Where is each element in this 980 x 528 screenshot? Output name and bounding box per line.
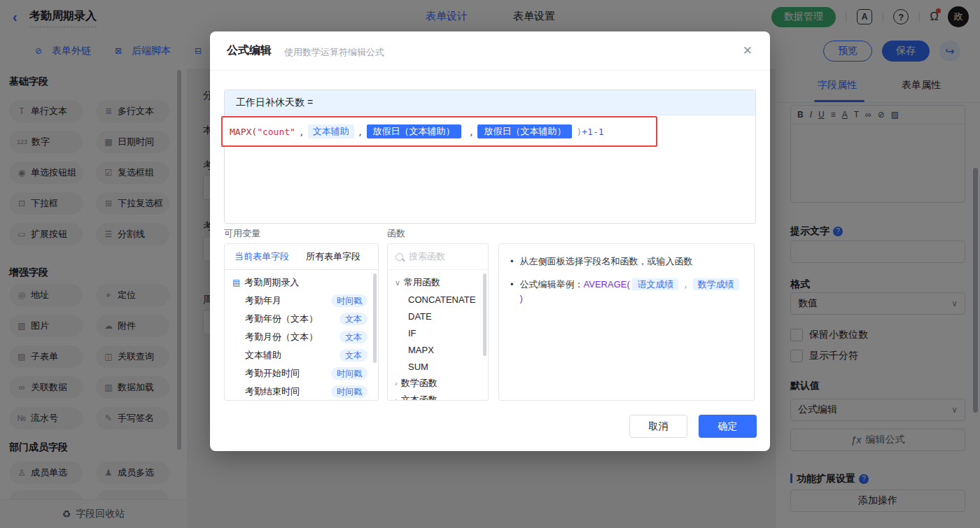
example-function-token: AVERAGE( — [584, 279, 630, 290]
tip-item: •从左侧面板选择字段名和函数，或输入函数 — [510, 255, 743, 269]
modal-footer: 取消 确定 — [629, 415, 757, 438]
close-icon[interactable]: ✕ — [743, 43, 752, 58]
paren-token: ) — [576, 127, 582, 137]
function-item[interactable]: IF — [388, 324, 488, 341]
variable-row[interactable]: 考勤月份（文本）文本 — [225, 328, 378, 346]
chevron-right-icon: › — [395, 396, 398, 401]
comma-token: , — [358, 127, 363, 137]
field-chip-holiday-1[interactable]: 放假日（文本辅助） — [367, 124, 461, 138]
cancel-button[interactable]: 取消 — [629, 415, 687, 438]
function-search[interactable]: 搜索函数 — [388, 244, 488, 270]
string-token: "count" — [257, 127, 295, 137]
variable-row[interactable]: 文本辅助文本 — [225, 346, 378, 364]
operator-token: +1-1 — [582, 127, 603, 137]
variable-row[interactable]: 考勤年份（文本）文本 — [225, 310, 378, 328]
functions-panel: 搜索函数 ∨常用函数 CONCATENATE DATE IF MAPX SUM … — [387, 243, 489, 401]
modal-header: 公式编辑 使用数学运算符编辑公式 ✕ — [210, 31, 770, 71]
formula-target: 工作日补休天数 = — [225, 90, 755, 115]
tip-item-example: • 公式编辑举例：AVERAGE( 语文成绩 ， 数学成绩 ) — [510, 278, 743, 306]
type-badge: 文本 — [340, 313, 368, 325]
field-chip-holiday-2[interactable]: 放假日（文本辅助） — [477, 124, 572, 138]
field-chip-text-helper[interactable]: 文本辅助 — [308, 124, 354, 138]
functions-label: 函数 — [387, 227, 405, 240]
comma-token: , — [469, 127, 475, 137]
tab-all-form-fields[interactable]: 所有表单字段 — [306, 250, 360, 263]
modal-subtitle: 使用数学运算符编辑公式 — [284, 46, 384, 59]
type-badge: 文本 — [340, 349, 368, 362]
confirm-button[interactable]: 确定 — [699, 415, 757, 438]
form-doc-icon: ▤ — [232, 278, 240, 287]
tips-panel: •从左侧面板选择字段名和函数，或输入函数 • 公式编辑举例：AVERAGE( 语… — [498, 243, 755, 401]
variables-root[interactable]: ▤考勤周期录入 — [225, 273, 378, 292]
variables-panel: 当前表单字段 所有表单字段 ▤考勤周期录入 考勤年月时间戳 考勤年份（文本）文本… — [224, 243, 379, 401]
function-item[interactable]: DATE — [388, 308, 488, 324]
function-group-text[interactable]: ›文本函数 — [388, 392, 488, 401]
type-badge: 时间戳 — [331, 385, 368, 398]
example-paren-token: ) — [520, 293, 523, 304]
chevron-right-icon: › — [395, 379, 398, 387]
app-root: ‹ 考勤周期录入 表单设计 表单设置 数据管理 | A | ? | Ω 政 ⊘表… — [0, 0, 980, 528]
function-group-common[interactable]: ∨常用函数 — [388, 274, 488, 291]
search-placeholder: 搜索函数 — [409, 250, 445, 263]
tab-current-form-fields[interactable]: 当前表单字段 — [234, 250, 289, 263]
function-item[interactable]: MAPX — [388, 341, 488, 358]
search-icon — [396, 253, 403, 261]
comma-token: , — [299, 127, 304, 137]
function-item[interactable]: CONCATENATE — [388, 291, 488, 308]
functions-scrollbar-thumb[interactable] — [483, 273, 486, 356]
bullet-icon: • — [510, 255, 514, 269]
formula-editor[interactable]: 工作日补休天数 = — [224, 90, 756, 224]
chevron-down-icon: ∨ — [395, 278, 400, 287]
page-scrollbar-thumb[interactable] — [973, 168, 978, 413]
function-item[interactable]: SUM — [388, 358, 488, 375]
variables-scrollbar-thumb[interactable] — [373, 273, 377, 363]
formula-input-line[interactable]: MAPX( "count" , 文本辅助 , 放假日（文本辅助） , 放假日（文… — [221, 116, 657, 147]
type-badge: 时间戳 — [331, 294, 368, 307]
variable-row[interactable]: 考勤开始时间时间戳 — [225, 364, 378, 383]
type-badge: 文本 — [340, 331, 368, 343]
variable-row[interactable]: 考勤结束时间时间戳 — [225, 383, 378, 401]
bullet-icon: • — [510, 278, 514, 306]
variables-tabs: 当前表单字段 所有表单字段 — [225, 244, 378, 270]
function-group-math[interactable]: ›数学函数 — [388, 375, 488, 392]
type-badge: 时间戳 — [331, 367, 368, 380]
formula-edit-modal: 公式编辑 使用数学运算符编辑公式 ✕ 工作日补休天数 = MAPX( "coun… — [210, 31, 770, 451]
comma-token: ， — [681, 279, 690, 290]
example-field-chip: 数学成绩 — [693, 278, 739, 290]
variable-row[interactable]: 考勤年月时间戳 — [225, 292, 378, 310]
example-field-chip: 语文成绩 — [632, 278, 678, 290]
modal-title: 公式编辑 — [227, 43, 272, 58]
variables-label: 可用变量 — [224, 227, 260, 240]
function-token: MAPX( — [230, 127, 257, 137]
